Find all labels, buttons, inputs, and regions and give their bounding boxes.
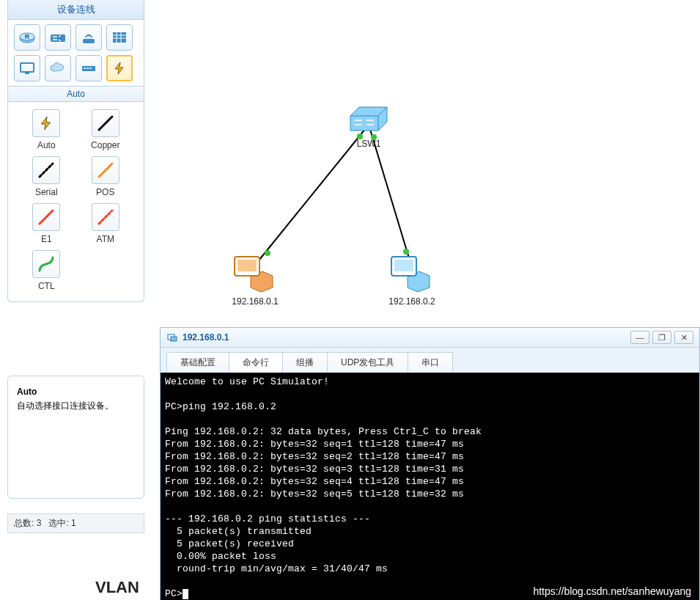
svg-rect-19 (171, 337, 177, 341)
tab-2[interactable]: 组播 (282, 352, 328, 373)
palette-sub-header: Auto (8, 86, 144, 102)
info-panel: Auto 自动选择接口连接设备。 (7, 376, 144, 499)
svg-text:R: R (25, 33, 30, 40)
svg-rect-5 (113, 32, 126, 43)
cable-icon (92, 203, 119, 231)
close-button[interactable]: ✕ (674, 331, 693, 344)
cable-grid: AutoCopperSerialPOSE1ATMCTL (8, 102, 144, 301)
cable-atm[interactable]: ATM (79, 203, 133, 244)
svg-line-9 (99, 117, 112, 130)
device-label: LSW1 (357, 139, 381, 149)
terminal-output[interactable]: Welcome to use PC Simulator! PC>ping 192… (161, 373, 699, 600)
svg-rect-7 (25, 73, 29, 74)
cable-label: Auto (37, 140, 56, 150)
svg-rect-4 (83, 39, 95, 43)
svg-rect-6 (21, 63, 34, 72)
cursor-icon (183, 589, 188, 599)
device-palette: 设备连线 R Auto AutoCopperSerialPOSE1ATMCTL (7, 0, 144, 302)
status-total-value: 3 (37, 518, 42, 528)
device-pc1[interactable] (235, 257, 273, 292)
window-title: 192.168.0.1 (183, 332, 627, 343)
port-dot-icon (403, 249, 409, 255)
tab-1[interactable]: 命令行 (229, 352, 283, 373)
tab-3[interactable]: UDP发包工具 (327, 352, 408, 373)
cable-serial[interactable]: Serial (20, 156, 73, 197)
device-label: 192.168.0.1 (232, 296, 279, 307)
cable-label: Serial (35, 187, 58, 197)
cable-auto[interactable]: Auto (20, 109, 73, 150)
palette-header: 设备连线 (8, 0, 144, 20)
pc-terminal-window: 192.168.0.1 — ❐ ✕ 基础配置命令行组播UDP发包工具串口 Wel… (160, 327, 700, 600)
svg-line-13 (99, 211, 112, 224)
svg-rect-15 (237, 260, 257, 271)
firewall-icon[interactable] (106, 24, 133, 51)
svg-rect-3 (51, 34, 65, 42)
cable-label: E1 (41, 234, 52, 244)
window-titlebar[interactable]: 192.168.0.1 — ❐ ✕ (161, 328, 699, 348)
link-lsw1-pc1[interactable] (253, 125, 369, 268)
cable-icon (32, 203, 60, 231)
device-switch-lsw1[interactable] (350, 107, 387, 131)
auto-cable-icon[interactable] (106, 55, 133, 81)
svg-rect-17 (394, 260, 413, 271)
router-icon[interactable]: R (14, 24, 40, 51)
svg-line-10 (40, 164, 53, 177)
topology-canvas[interactable]: LSW1 192.168.0.1 192.168.0.2 (147, 0, 700, 323)
status-sel-value: 1 (71, 518, 76, 528)
device-icon-row: R (8, 20, 144, 86)
cloud-icon[interactable] (45, 55, 71, 81)
cable-label: CTL (38, 281, 55, 291)
tab-4[interactable]: 串口 (408, 352, 453, 373)
cable-icon (32, 250, 60, 278)
port-dot-icon (265, 250, 270, 256)
switch-icon[interactable] (45, 24, 71, 51)
watermark-text: https://blog.csdn.net/sanhewuyang (533, 585, 691, 597)
cable-icon (32, 156, 60, 184)
status-total-label: 总数: (14, 518, 34, 528)
cable-icon (32, 109, 60, 137)
status-bar: 总数: 3 选中: 1 (7, 513, 144, 533)
svg-line-12 (40, 211, 53, 224)
cable-icon (92, 109, 119, 137)
cable-ctl[interactable]: CTL (20, 250, 73, 291)
app-icon (166, 332, 178, 343)
info-desc: 自动选择接口连接设备。 (17, 400, 135, 412)
tab-0[interactable]: 基础配置 (166, 352, 229, 373)
cable-label: Copper (91, 140, 119, 150)
cable-pos[interactable]: POS (79, 156, 133, 197)
minimize-button[interactable]: — (630, 331, 649, 344)
pc-icon[interactable] (14, 55, 40, 81)
cable-e1[interactable]: E1 (20, 203, 73, 244)
svg-line-11 (99, 164, 112, 177)
status-sel-label: 选中: (48, 518, 68, 528)
device-pc2[interactable] (391, 257, 430, 292)
cable-label: POS (96, 187, 114, 197)
terminal-tabs: 基础配置命令行组播UDP发包工具串口 (161, 348, 699, 373)
hub-icon[interactable] (75, 55, 102, 81)
info-title: Auto (17, 387, 135, 397)
wlan-icon[interactable] (75, 24, 102, 51)
background-text: VLAN (95, 578, 139, 597)
restore-button[interactable]: ❐ (652, 331, 671, 344)
cable-icon (92, 156, 119, 184)
cable-copper[interactable]: Copper (79, 109, 133, 150)
cable-label: ATM (97, 234, 114, 244)
device-label: 192.168.0.2 (388, 296, 435, 307)
